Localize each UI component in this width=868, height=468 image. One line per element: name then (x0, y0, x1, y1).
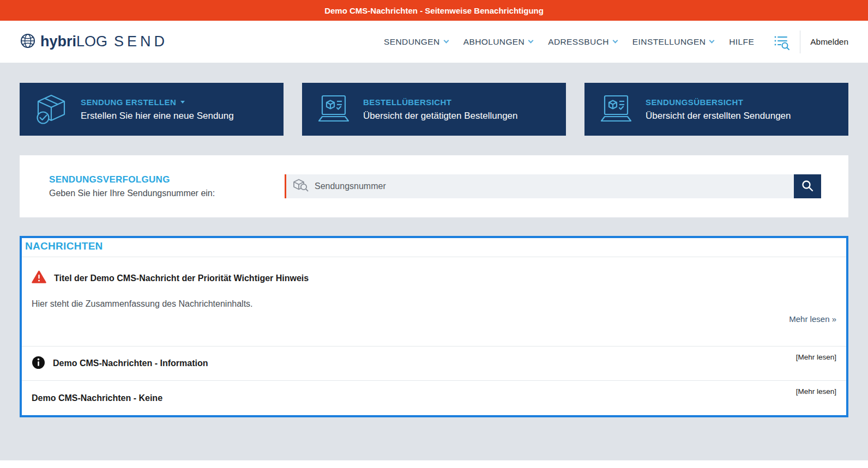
page-spacer (0, 417, 868, 460)
logout-link[interactable]: Abmelden (810, 37, 848, 47)
message-title: Titel der Demo CMS-Nachricht der Priorit… (54, 273, 309, 283)
main-nav: SENDUNGEN ABHOLUNGEN ADRESSBUCH EINSTELL… (384, 37, 754, 47)
message-title: Demo CMS-Nachrichten - Information (53, 358, 208, 368)
notification-banner: Demo CMS-Nachrichten - Seitenweise Benac… (0, 0, 868, 21)
message-head: Titel der Demo CMS-Nachricht der Priorit… (32, 270, 836, 286)
message-head: Demo CMS-Nachrichten - Information (32, 356, 208, 372)
chevron-down-icon (612, 38, 618, 44)
card-title: SENDUNGSÜBERSICHT (646, 98, 791, 107)
tracking-input-row (285, 174, 821, 198)
card-title: BESTELLÜBERSICHT (363, 98, 518, 107)
search-button[interactable] (794, 174, 821, 198)
chevron-down-icon (709, 38, 715, 44)
card-subtitle: Erstellen Sie hier eine neue Sendung (81, 111, 234, 121)
nav-label: ADRESSBUCH (548, 37, 609, 47)
messages-title: NACHRICHTEN (22, 238, 846, 257)
nav-item-hilfe[interactable]: HILFE (729, 37, 754, 47)
nav-label: ABHOLUNGEN (463, 37, 525, 47)
laptop-orders-icon (316, 94, 351, 125)
action-cards: SENDUNG ERSTELLEN Erstellen Sie hier ein… (20, 83, 848, 136)
laptop-shipments-icon (599, 94, 634, 125)
banner-text: Demo CMS-Nachrichten - Seitenweise Benac… (324, 6, 544, 15)
tracking-text: SENDUNGSVERFOLGUNG Geben Sie hier Ihre S… (49, 174, 285, 198)
package-check-icon (34, 93, 69, 126)
nav-label: EINSTELLUNGEN (632, 37, 706, 47)
header-divider (800, 31, 800, 53)
message-link-row: Mehr lesen » (32, 314, 836, 324)
logo-part-log: LOG (76, 33, 107, 50)
tracking-number-input[interactable] (314, 174, 794, 198)
message-item-information: Demo CMS-Nachrichten - Information [Mehr… (22, 347, 846, 381)
logo-part-send: SEND (114, 33, 168, 50)
message-head: Demo CMS-Nachrichten - Keine (32, 393, 162, 403)
nav-item-einstellungen[interactable]: EINSTELLUNGEN (632, 37, 714, 47)
message-title: Demo CMS-Nachrichten - Keine (32, 393, 162, 403)
tracking-subtitle: Geben Sie hier Ihre Sendungsnummer ein: (49, 189, 285, 198)
caret-down-icon (180, 101, 185, 104)
tracking-input-wrap (285, 174, 794, 198)
chevron-down-icon (528, 38, 534, 44)
header-right: Abmelden (773, 31, 848, 53)
message-item-important: Titel der Demo CMS-Nachricht der Priorit… (22, 257, 846, 347)
card-sendungsuebersicht[interactable]: SENDUNGSÜBERSICHT Übersicht der erstellt… (584, 83, 848, 136)
card-text: BESTELLÜBERSICHT Übersicht der getätigte… (363, 98, 518, 121)
info-icon (32, 356, 45, 372)
nav-item-sendungen[interactable]: SENDUNGEN (384, 37, 448, 47)
card-subtitle: Übersicht der getätigten Bestellungen (363, 111, 518, 121)
nav-item-abholungen[interactable]: ABHOLUNGEN (463, 37, 533, 47)
logo-text: hybriLOGSEND (40, 33, 168, 50)
footer-strip (0, 460, 868, 468)
card-title-text: SENDUNGSÜBERSICHT (646, 98, 743, 107)
message-item-keine: Demo CMS-Nachrichten - Keine [Mehr lesen… (22, 381, 846, 415)
nav-label: SENDUNGEN (384, 37, 440, 47)
card-title-text: BESTELLÜBERSICHT (363, 98, 451, 107)
card-title: SENDUNG ERSTELLEN (81, 98, 234, 107)
message-summary: Hier steht die Zusammenfassung des Nachr… (32, 299, 836, 309)
card-text: SENDUNG ERSTELLEN Erstellen Sie hier ein… (81, 98, 234, 121)
messages-panel: NACHRICHTEN Titel der Demo CMS-Nachricht… (20, 236, 848, 417)
nav-item-adressbuch[interactable]: ADRESSBUCH (548, 37, 617, 47)
globe-icon (20, 33, 36, 51)
mehr-lesen-link[interactable]: Mehr lesen » (789, 314, 836, 324)
card-bestelluebersicht[interactable]: BESTELLÜBERSICHT Übersicht der getätigte… (302, 83, 566, 136)
mehr-lesen-link[interactable]: [Mehr lesen] (796, 353, 836, 361)
header: hybriLOGSEND SENDUNGEN ABHOLUNGEN ADRESS… (0, 21, 868, 63)
magnifier-icon (801, 179, 814, 194)
chevron-down-icon (443, 38, 449, 44)
card-title-text: SENDUNG ERSTELLEN (81, 98, 176, 107)
card-sendung-erstellen[interactable]: SENDUNG ERSTELLEN Erstellen Sie hier ein… (20, 83, 284, 136)
list-search-icon[interactable] (773, 33, 790, 51)
card-text: SENDUNGSÜBERSICHT Übersicht der erstellt… (646, 98, 791, 121)
logo[interactable]: hybriLOGSEND (20, 33, 168, 51)
tracking-title: SENDUNGSVERFOLGUNG (49, 174, 285, 185)
package-search-icon (292, 178, 309, 195)
tracking-panel: SENDUNGSVERFOLGUNG Geben Sie hier Ihre S… (20, 155, 848, 217)
warning-icon (32, 270, 46, 286)
card-subtitle: Übersicht der erstellten Sendungen (646, 111, 791, 121)
main-content: SENDUNG ERSTELLEN Erstellen Sie hier ein… (20, 63, 848, 417)
mehr-lesen-link[interactable]: [Mehr lesen] (796, 387, 836, 396)
nav-label: HILFE (729, 37, 754, 47)
logo-part-hybri: hybri (40, 33, 76, 50)
